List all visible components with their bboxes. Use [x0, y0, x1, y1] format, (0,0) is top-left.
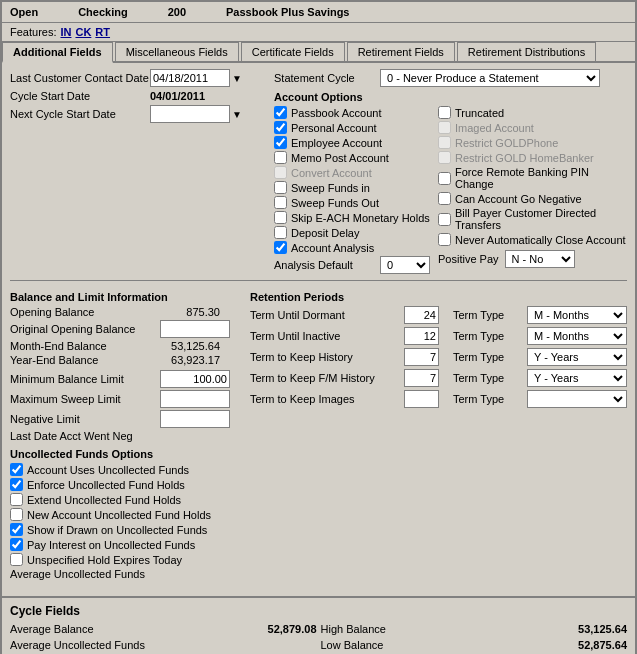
positive-pay-select[interactable]: N - No Y - Yes — [505, 250, 575, 268]
opt-memo-post-checkbox[interactable] — [274, 151, 287, 164]
cycle-high-balance: High Balance 53,125.64 — [321, 623, 628, 635]
opt-passbook: Passbook Account — [274, 106, 430, 119]
statement-cycle-label: Statement Cycle — [274, 72, 374, 84]
original-opening-row: Original Opening Balance — [10, 320, 246, 338]
max-sweep-input[interactable] — [160, 390, 230, 408]
ret-dormant-label: Term Until Dormant — [250, 309, 400, 321]
ret-inactive-select[interactable]: M - MonthsY - YearsD - Days — [527, 327, 627, 345]
negative-limit-input[interactable] — [160, 410, 230, 428]
min-balance-input[interactable] — [160, 370, 230, 388]
opt-skip-each-checkbox[interactable] — [274, 211, 287, 224]
uncollected-uses-checkbox[interactable] — [10, 463, 23, 476]
month-end-row: Month-End Balance 53,125.64 — [10, 340, 246, 352]
next-cycle-input[interactable] — [150, 105, 230, 123]
ret-dormant-input[interactable] — [404, 306, 439, 324]
feature-ck[interactable]: CK — [75, 26, 91, 38]
opt-can-go-negative-checkbox[interactable] — [438, 192, 451, 205]
uncollected-uses-row: Account Uses Uncollected Funds — [10, 463, 246, 476]
last-contact-arrow[interactable]: ▼ — [232, 73, 242, 84]
opt-bill-payer-checkbox[interactable] — [438, 213, 451, 226]
analysis-default-select[interactable]: 012 — [380, 256, 430, 274]
opt-passbook-checkbox[interactable] — [274, 106, 287, 119]
opt-bill-payer-label: Bill Payer Customer Directed Transfers — [455, 207, 627, 231]
opt-restrict-homebanker-checkbox — [438, 151, 451, 164]
tab-retirement-distributions[interactable]: Retirement Distributions — [457, 42, 596, 61]
opt-sweep-in-checkbox[interactable] — [274, 181, 287, 194]
ret-history-input[interactable] — [404, 348, 439, 366]
opt-deposit-delay-checkbox[interactable] — [274, 226, 287, 239]
uncollected-unspecified-row: Unspecified Hold Expires Today — [10, 553, 246, 566]
ret-history-label: Term to Keep History — [250, 351, 400, 363]
ret-history-select[interactable]: M - MonthsY - YearsD - Days — [527, 348, 627, 366]
main-window: Open Checking 200 Passbook Plus Savings … — [0, 0, 637, 654]
uncollected-pay-interest-checkbox[interactable] — [10, 538, 23, 551]
uncollected-new-acct-label: New Account Uncollected Fund Holds — [27, 509, 211, 521]
ret-dormant-select[interactable]: M - MonthsY - YearsD - Days — [527, 306, 627, 324]
opt-force-pin-checkbox[interactable] — [438, 172, 451, 185]
uncollected-enforce-checkbox[interactable] — [10, 478, 23, 491]
opt-skip-each-label: Skip E-ACH Monetary Holds — [291, 212, 430, 224]
min-balance-row: Minimum Balance Limit — [10, 370, 246, 388]
uncollected-unspecified-checkbox[interactable] — [10, 553, 23, 566]
feature-in[interactable]: IN — [60, 26, 71, 38]
opt-bill-payer: Bill Payer Customer Directed Transfers — [438, 207, 627, 231]
opening-balance-label: Opening Balance — [10, 306, 160, 318]
opt-imaged: Imaged Account — [438, 121, 627, 134]
tab-additional-fields[interactable]: Additional Fields — [2, 42, 113, 63]
cycle-fields-section: Cycle Fields Average Balance 52,879.08 H… — [2, 596, 635, 654]
statement-cycle-select[interactable]: 0 - Never Produce a Statement 1 - Monthl… — [380, 69, 600, 87]
uncollected-extend-checkbox[interactable] — [10, 493, 23, 506]
next-cycle-arrow[interactable]: ▼ — [232, 109, 242, 120]
uncollected-header: Uncollected Funds Options — [10, 448, 246, 460]
uncollected-enforce-row: Enforce Uncollected Fund Holds — [10, 478, 246, 491]
opt-truncated: Truncated — [438, 106, 627, 119]
ret-fm-history-input[interactable] — [404, 369, 439, 387]
feature-rt[interactable]: RT — [95, 26, 110, 38]
opt-personal-checkbox[interactable] — [274, 121, 287, 134]
opt-employee: Employee Account — [274, 136, 430, 149]
checking-label: Checking — [78, 6, 128, 18]
original-opening-input[interactable] — [160, 320, 230, 338]
opt-deposit-delay: Deposit Delay — [274, 226, 430, 239]
uncollected-avg-label: Average Uncollected Funds — [10, 568, 145, 580]
opt-skip-each: Skip E-ACH Monetary Holds — [274, 211, 430, 224]
year-end-row: Year-End Balance 63,923.17 — [10, 354, 246, 366]
tab-certificate-fields[interactable]: Certificate Fields — [241, 42, 345, 61]
uncollected-new-acct-checkbox[interactable] — [10, 508, 23, 521]
uncollected-uses-label: Account Uses Uncollected Funds — [27, 464, 189, 476]
ret-images-select[interactable]: M - MonthsY - YearsD - Days — [527, 390, 627, 408]
ret-images-label: Term to Keep Images — [250, 393, 400, 405]
opt-sweep-out-checkbox[interactable] — [274, 196, 287, 209]
opt-force-pin-label: Force Remote Banking PIN Change — [455, 166, 627, 190]
tab-retirement-fields[interactable]: Retirement Fields — [347, 42, 455, 61]
last-date-row: Last Date Acct Went Neg — [10, 430, 246, 442]
opt-memo-post: Memo Post Account — [274, 151, 430, 164]
opt-imaged-checkbox — [438, 121, 451, 134]
opt-never-close-checkbox[interactable] — [438, 233, 451, 246]
opt-truncated-checkbox[interactable] — [438, 106, 451, 119]
last-date-label: Last Date Acct Went Neg — [10, 430, 160, 442]
opt-imaged-label: Imaged Account — [455, 122, 534, 134]
next-cycle-label: Next Cycle Start Date — [10, 108, 150, 120]
opt-employee-checkbox[interactable] — [274, 136, 287, 149]
opt-employee-label: Employee Account — [291, 137, 382, 149]
ret-images-type-label: Term Type — [453, 393, 523, 405]
open-label: Open — [10, 6, 38, 18]
uncollected-pay-interest-label: Pay Interest on Uncollected Funds — [27, 539, 195, 551]
opt-can-go-negative: Can Account Go Negative — [438, 192, 627, 205]
last-contact-input[interactable] — [150, 69, 230, 87]
ret-dormant-type-label: Term Type — [453, 309, 523, 321]
account-options-right: Truncated Imaged Account Restrict GOLDPh… — [438, 106, 627, 274]
min-balance-label: Minimum Balance Limit — [10, 373, 160, 385]
opening-balance-value: 875.30 — [160, 306, 220, 318]
ret-images-input[interactable] — [404, 390, 439, 408]
uncollected-show-checkbox[interactable] — [10, 523, 23, 536]
ret-inactive-type-label: Term Type — [453, 330, 523, 342]
cycle-avg-balance-label: Average Balance — [10, 623, 94, 635]
tab-miscellaneous-fields[interactable]: Miscellaneous Fields — [115, 42, 239, 61]
ret-fm-history-select[interactable]: M - MonthsY - YearsD - Days — [527, 369, 627, 387]
ret-inactive-input[interactable] — [404, 327, 439, 345]
ret-dormant-row: Term Until Dormant Term Type M - MonthsY… — [250, 306, 627, 324]
opt-account-analysis-checkbox[interactable] — [274, 241, 287, 254]
main-content: Last Customer Contact Date ▼ Cycle Start… — [2, 63, 635, 588]
